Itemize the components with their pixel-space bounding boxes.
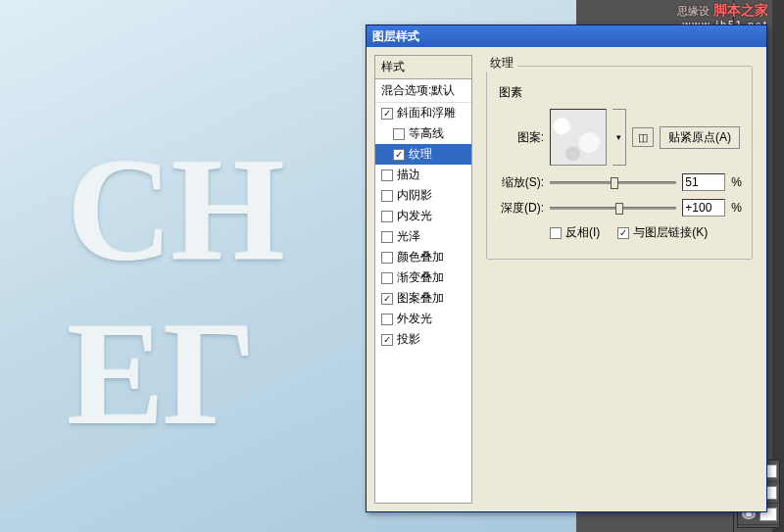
- style-checkbox[interactable]: [381, 334, 393, 346]
- dialog-titlebar[interactable]: 图层样式: [367, 25, 766, 47]
- style-item-label: 内阴影: [397, 187, 432, 204]
- style-checkbox[interactable]: [381, 231, 393, 243]
- dock-strip: [772, 0, 784, 532]
- style-item-label: 投影: [397, 331, 420, 348]
- style-item[interactable]: 投影: [375, 329, 471, 350]
- texture-options-panel: 纹理 图素 图案: ▾ ◫ 贴紧原点(A) 缩放(S): %: [480, 55, 759, 504]
- texture-group-frame: 图素 图案: ▾ ◫ 贴紧原点(A) 缩放(S): %: [486, 66, 753, 260]
- style-item[interactable]: 颜色叠加: [375, 247, 471, 267]
- watermark-prefix: 思缘设: [677, 5, 710, 17]
- depth-slider[interactable]: [550, 201, 676, 215]
- style-checkbox[interactable]: [381, 190, 393, 202]
- style-checkbox[interactable]: [381, 252, 393, 264]
- scale-input[interactable]: [682, 173, 725, 191]
- checkbox-row: 反相(I) 与图层链接(K): [550, 224, 742, 241]
- link-with-layer-checkbox[interactable]: 与图层链接(K): [617, 224, 708, 241]
- style-item[interactable]: 渐变叠加: [375, 267, 471, 288]
- style-item[interactable]: 斜面和浮雕: [375, 103, 471, 123]
- scale-label: 缩放(S):: [497, 174, 544, 191]
- style-item-label: 图案叠加: [397, 290, 444, 307]
- style-checkbox[interactable]: [393, 128, 405, 140]
- style-checkbox[interactable]: [381, 108, 393, 120]
- artwork-text-line2: EГ: [67, 289, 254, 458]
- invert-checkbox[interactable]: 反相(I): [550, 224, 600, 241]
- style-item-label: 光泽: [397, 228, 420, 245]
- depth-input[interactable]: [682, 199, 725, 217]
- style-checkbox[interactable]: [381, 314, 393, 325]
- style-item[interactable]: 纹理: [375, 144, 471, 165]
- depth-slider-thumb[interactable]: [615, 203, 623, 215]
- artwork-text-line1: CH: [67, 125, 283, 294]
- style-item-label: 内发光: [397, 208, 432, 224]
- new-pattern-button[interactable]: ◫: [632, 127, 654, 147]
- elements-label: 图素: [499, 84, 742, 101]
- invert-label: 反相(I): [565, 224, 600, 241]
- style-item[interactable]: 内阴影: [375, 185, 471, 206]
- pattern-dropdown-button[interactable]: ▾: [612, 109, 626, 166]
- checkbox-icon: [550, 227, 562, 239]
- styles-list-header: 样式: [375, 56, 471, 79]
- checkbox-icon: [617, 227, 629, 239]
- snap-to-origin-button[interactable]: 贴紧原点(A): [660, 126, 740, 149]
- new-pattern-icon: ◫: [638, 131, 648, 144]
- style-item-label: 斜面和浮雕: [397, 105, 456, 121]
- style-checkbox[interactable]: [381, 272, 393, 284]
- style-item[interactable]: 内发光: [375, 206, 471, 226]
- style-item-label: 外发光: [397, 311, 432, 327]
- depth-unit: %: [731, 201, 742, 215]
- pattern-swatch[interactable]: [550, 109, 607, 166]
- layer-style-dialog: 图层样式 样式 混合选项:默认 斜面和浮雕等高线纹理描边内阴影内发光光泽颜色叠加…: [366, 24, 767, 512]
- depth-row: 深度(D): %: [497, 199, 742, 217]
- scale-unit: %: [731, 175, 742, 189]
- depth-label: 深度(D):: [497, 200, 544, 217]
- style-checkbox[interactable]: [381, 169, 393, 181]
- scale-row: 缩放(S): %: [497, 173, 742, 191]
- styles-list-panel: 样式 混合选项:默认 斜面和浮雕等高线纹理描边内阴影内发光光泽颜色叠加渐变叠加图…: [374, 55, 472, 504]
- style-item-label: 渐变叠加: [397, 269, 444, 286]
- style-item-label: 颜色叠加: [397, 249, 444, 266]
- style-item-label: 纹理: [409, 146, 432, 163]
- group-title: 纹理: [486, 55, 517, 72]
- style-item[interactable]: 外发光: [375, 309, 471, 329]
- dialog-title: 图层样式: [372, 28, 419, 45]
- style-checkbox[interactable]: [393, 149, 405, 161]
- style-item[interactable]: 描边: [375, 165, 471, 185]
- scale-slider-thumb[interactable]: [611, 177, 618, 189]
- style-item-label: 描边: [397, 167, 420, 183]
- pattern-row: 图案: ▾ ◫ 贴紧原点(A): [497, 109, 742, 166]
- watermark-brand: 脚本之家: [713, 2, 768, 18]
- link-label: 与图层链接(K): [633, 224, 708, 241]
- style-checkbox[interactable]: [381, 211, 393, 222]
- chevron-down-icon: ▾: [616, 132, 621, 142]
- style-item[interactable]: 图案叠加: [375, 288, 471, 309]
- style-item[interactable]: 等高线: [375, 123, 471, 144]
- style-item-label: 等高线: [409, 125, 444, 142]
- pattern-label: 图案:: [497, 129, 544, 146]
- style-checkbox[interactable]: [381, 293, 393, 305]
- blend-options-row[interactable]: 混合选项:默认: [375, 79, 471, 103]
- style-item[interactable]: 光泽: [375, 226, 471, 247]
- scale-slider[interactable]: [550, 175, 676, 189]
